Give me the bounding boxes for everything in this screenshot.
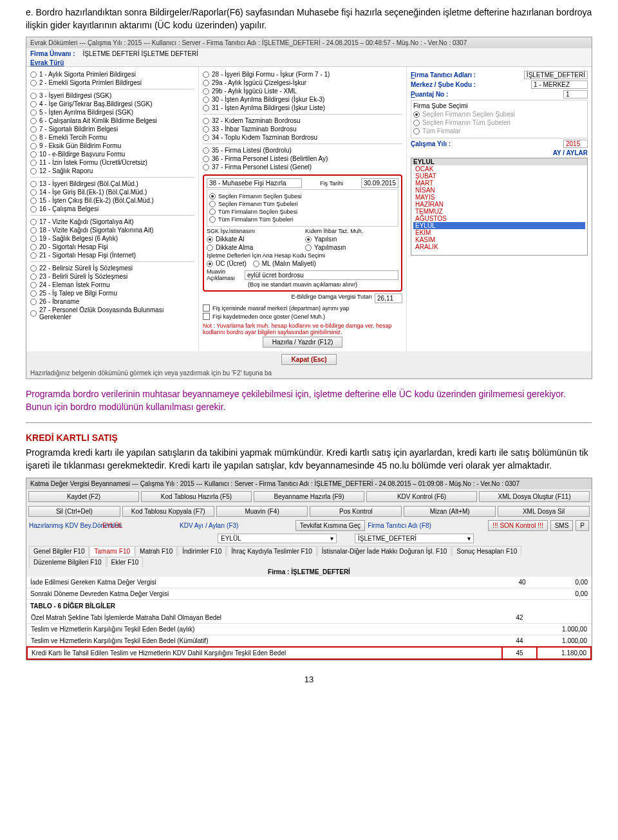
tab[interactable]: Genel Bilgiler F10: [29, 546, 89, 556]
month-item[interactable]: HAZİRAN: [413, 201, 585, 208]
uc-option[interactable]: ÜC (Ücret): [207, 260, 247, 267]
toolbar-button[interactable]: XML Dosya Sil: [498, 506, 590, 517]
p-button[interactable]: P: [576, 520, 589, 531]
fta-val[interactable]: İŞLETME_DEFTERİ: [524, 71, 588, 79]
radio-option[interactable]: 27 - Personel Özlük Dosyasında Bulunması…: [30, 306, 194, 321]
radio-option[interactable]: 28 - İşyeri Bilgi Formu - İşkur (Form 7 …: [203, 71, 402, 78]
dikkate-al[interactable]: Dikkate Al: [207, 236, 300, 243]
radio-option[interactable]: 16 - Çalışma Belgesi: [30, 205, 194, 212]
month-item[interactable]: NİSAN: [413, 187, 585, 194]
radio-option[interactable]: 19 - Sağlık Belgesi (6 Aylık): [30, 235, 194, 242]
month-item[interactable]: ŞUBAT: [413, 173, 585, 180]
toolbar-button[interactable]: Mizan (Alt+M): [404, 506, 496, 517]
toolbar-button[interactable]: Kod Tablosu Kopyala (F7): [122, 506, 214, 517]
radio-option[interactable]: 33 - İhbar Tazminatı Bordrosu: [203, 126, 402, 133]
hazirla-button[interactable]: Hazırla / Yazdır (F12): [263, 337, 343, 348]
sube-option[interactable]: Tüm Firmalar: [413, 127, 585, 135]
tab[interactable]: Düzenleme Bilgileri F10: [29, 557, 106, 567]
radio-option[interactable]: 25 - İş Talep ve Bilgi Formu: [30, 290, 194, 297]
tab[interactable]: Sonuç Hesapları F10: [452, 546, 521, 556]
radio-option[interactable]: 11 - İzin İstek Formu (Ücretli/Ücretsiz): [30, 159, 194, 166]
radio-option[interactable]: 29b - Aylık İşgücü Liste - XML: [203, 88, 402, 95]
radio-option[interactable]: 2 - Emekli Sigorta Primleri Bildirgesi: [30, 79, 194, 86]
radio-option[interactable]: 10 - e-Bildirge Başvuru Formu: [30, 151, 194, 158]
radio-option[interactable]: 26 - İbraname: [30, 298, 194, 305]
radio-option[interactable]: 23 - Belirli Süreli İş Sözleşmesi: [30, 273, 194, 280]
radio-option[interactable]: 13 - İşyeri Bildirgesi (Böl.Çal.Müd.): [30, 180, 194, 187]
muavin-input[interactable]: eylül ücret bordrosu: [245, 270, 398, 280]
radio-option[interactable]: 22 - Belirsiz Süreli İş Sözleşmesi: [30, 265, 194, 272]
toolbar-button[interactable]: Sil (Ctrl+Del): [28, 506, 120, 517]
tevkifat-button[interactable]: Tevkifat Kısmına Geç: [295, 520, 365, 531]
radio-option[interactable]: 17 - Vizite Kağıdı (Sigortalıya Ait): [30, 218, 194, 225]
radio-option[interactable]: 34 - Toplu Kıdem Tazminatı Bordrosu: [203, 134, 402, 141]
fta-select[interactable]: İŞLETME_DEFTERİ▾: [355, 534, 474, 543]
toolbar-button[interactable]: XML Dosya Oluştur (F11): [479, 491, 590, 502]
scope-option[interactable]: Seçilen Firmanın Seçilen Şubesi: [209, 193, 396, 200]
radio-option[interactable]: 9 - Eksik Gün Bildirim Formu: [30, 142, 194, 149]
radio-option[interactable]: 4 - İşe Giriş/Tekrar Baş.Bildirgesi (SGK…: [30, 100, 194, 107]
radio-option[interactable]: 21 - Sigortalı Hesap Fişi (İnternet): [30, 252, 194, 259]
radio-option[interactable]: 6 - Çalışanlara Ait Kimlik Bildirme Belg…: [30, 117, 194, 124]
tab[interactable]: Ekler F10: [107, 557, 144, 567]
toolbar-button[interactable]: Beyanname Hazırla (F9): [254, 491, 364, 502]
month-item[interactable]: KASIM: [413, 236, 585, 243]
radio-option[interactable]: 1 - Aylık Sigorta Primleri Bildirgesi: [30, 71, 194, 78]
radio-option[interactable]: 24 - Eleman İstek Formu: [30, 281, 194, 288]
radio-option[interactable]: 37 - Firma Personel Listesi (Genel): [203, 163, 402, 171]
radio-option[interactable]: 29a - Aylık İşgücü Çizelgesi-İşkur: [203, 79, 402, 86]
radio-option[interactable]: 32 - Kıdem Tazminatı Bordrosu: [203, 117, 402, 124]
month-item[interactable]: ARALIK: [413, 243, 585, 250]
yapilmasin[interactable]: Yapılmasın: [305, 244, 398, 251]
radio-option[interactable]: 30 - İşten Ayrılma Bildirgesi (İşkur Ek-…: [203, 96, 402, 103]
son-kontrol-button[interactable]: !!! SON Kontrol !!!: [488, 520, 547, 531]
month-item[interactable]: MART: [413, 180, 585, 187]
radio-option[interactable]: 35 - Firma Listesi (Bordrolu): [203, 147, 402, 154]
toolbar-button[interactable]: Kaydet (F2): [28, 491, 139, 502]
opt-38[interactable]: 38 - Muhasebe Fişi Hazırla: [207, 178, 302, 188]
scope-option[interactable]: Seçilen Firmanın Tüm Şubeleri: [209, 201, 396, 207]
month-list[interactable]: EYLÜL OCAKŞUBATMARTNİSANMAYISHAZİRANTEMM…: [411, 158, 588, 256]
radio-option[interactable]: 20 - Sigortalı Hesap Fişi: [30, 243, 194, 250]
toolbar-button[interactable]: Kod Tablosu Hazırla (F5): [141, 491, 252, 502]
tab[interactable]: İndirimler F10: [178, 546, 226, 556]
sube-option[interactable]: Seçilen Firmanın Seçilen Şubesi: [413, 111, 585, 118]
sms-button[interactable]: SMS: [550, 520, 574, 531]
radio-option[interactable]: 7 - Sigortalı Bildirim Belgesi: [30, 126, 194, 133]
month-item[interactable]: OCAK: [413, 165, 585, 173]
kapat-button[interactable]: Kapat (Esc): [281, 354, 336, 365]
radio-option[interactable]: 3 - İşyeri Bildirgesi (SGK): [30, 92, 194, 99]
radio-option[interactable]: 31 - İşten Ayrılma Bildirgesi (İşkur Lis…: [203, 104, 402, 111]
radio-option[interactable]: 15 - İşten Çıkış Bil.(Ek-2) (Böl.Çal.Müd…: [30, 197, 194, 204]
tab[interactable]: İhraç Kaydıyla Teslimler F10: [227, 546, 316, 556]
tab[interactable]: İstisnalar-Diğer İade Hakkı Doğuran İşl.…: [317, 546, 452, 556]
radio-option[interactable]: 18 - Vizite Kağıdı (Sigortalı Yakınına A…: [30, 227, 194, 234]
sube-option[interactable]: Seçilen Firmanın Tüm Şubeleri: [413, 119, 585, 126]
dikkate-alma[interactable]: Dikkate Alma: [207, 244, 300, 251]
chk-goster[interactable]: Fişi kaydetmeden önce göster (Genel Muh.…: [203, 313, 402, 320]
msk-val[interactable]: 1 - MERKEZ: [531, 80, 588, 89]
scope-option[interactable]: Tüm Firmaların Tüm Şubeleri: [209, 216, 396, 223]
pn-val[interactable]: 1: [563, 90, 588, 98]
cy-val[interactable]: 2015: [563, 140, 588, 148]
month-item[interactable]: MAYIS: [413, 194, 585, 201]
kdvay-select[interactable]: EYLÜL▾: [218, 534, 337, 543]
scope-option[interactable]: Tüm Firmaların Seçilen Şubesi: [209, 209, 396, 215]
toolbar-button[interactable]: Pos Kontrol: [310, 506, 402, 517]
month-item[interactable]: TEMMUZ: [413, 208, 585, 215]
yapilsin[interactable]: Yapılsın: [305, 236, 398, 243]
radio-option[interactable]: 12 - Sağlık Raporu: [30, 167, 194, 174]
ebildirge-val[interactable]: 26,11: [375, 294, 402, 303]
month-item[interactable]: EYLÜL: [413, 222, 585, 229]
month-item[interactable]: EKİM: [413, 229, 585, 236]
radio-option[interactable]: 8 - Emekli Tercih Formu: [30, 134, 194, 141]
tab[interactable]: Tamamı F10: [89, 546, 135, 556]
toolbar-button[interactable]: Muavin (F4): [216, 506, 308, 517]
tab[interactable]: Matrah F10: [135, 546, 177, 556]
month-item[interactable]: AĞUSTOS: [413, 215, 585, 222]
ml-option[interactable]: ML (Malın Maliyeti): [253, 260, 316, 267]
toolbar-button[interactable]: KDV Kontrol (F6): [366, 491, 477, 502]
chk-masraf[interactable]: Fiş içerisinde masraf merkezi (departman…: [203, 304, 402, 312]
radio-option[interactable]: 36 - Firma Personel Listesi (Belirtilen …: [203, 155, 402, 162]
fis-tarihi-input[interactable]: 30.09.2015: [361, 178, 398, 188]
